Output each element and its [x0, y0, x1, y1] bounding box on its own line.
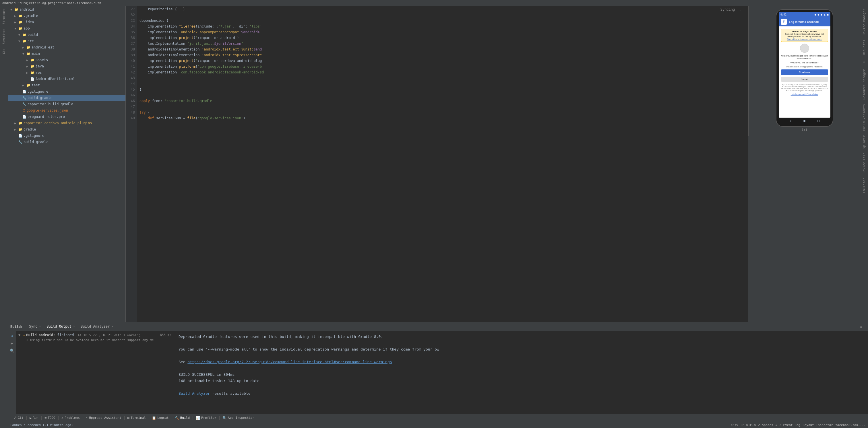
- toolbar-separator-4: [83, 416, 83, 420]
- code-content[interactable]: repositories {...} dependencies { implem…: [137, 6, 748, 322]
- editor-content[interactable]: 2732333435363738394041424344454646474849…: [126, 6, 748, 322]
- build-analyzer-link[interactable]: Build Analyzer: [179, 391, 210, 396]
- favorites-label[interactable]: Favorites: [1, 26, 7, 46]
- question-text: Would you like to continue?: [790, 61, 818, 64]
- tree-item-gradle-root[interactable]: ▶📁gradle: [8, 126, 125, 133]
- tree-item-capacitor-build[interactable]: 🔧capacitor.build.gradle: [8, 101, 125, 107]
- toolbar-icon-logcat: 📋: [152, 416, 156, 420]
- tree-item-gradle[interactable]: ▶📁.gradle: [8, 12, 125, 19]
- toolbar-btn-app-inspection[interactable]: 🔍App Inspection: [220, 414, 257, 422]
- build-actions: ⚙ −: [860, 324, 866, 329]
- facebook-header: f Log In With Facebook: [779, 17, 830, 26]
- tree-item-build-gradle-app[interactable]: 🔧build.gradle: [8, 95, 125, 101]
- right-panel-label-build-variants[interactable]: Build Variants: [861, 102, 867, 133]
- review-banner: Submit for Login Review Some of the perm…: [781, 29, 828, 42]
- tab-build-output-close[interactable]: ✕: [73, 325, 75, 328]
- tab-sync-label: Sync: [29, 324, 37, 328]
- cancel-button[interactable]: Cancel: [781, 77, 828, 82]
- toolbar-icon-profiler: 📊: [196, 416, 200, 420]
- build-item-bold-text: Build android: finished: [26, 333, 74, 337]
- toolbar-label-git: Git: [18, 416, 24, 420]
- toolbar-btn-upgrade-assistant[interactable]: ↑Upgrade Assistant: [84, 414, 124, 422]
- tree-item-app[interactable]: ▼📁app: [8, 25, 125, 32]
- toolbar-btn-git[interactable]: ⎇Git: [10, 414, 26, 422]
- output-line6: [179, 365, 863, 371]
- continue-button[interactable]: Continue: [781, 69, 828, 75]
- toolbar-btn-logcat[interactable]: 📋Logcat: [150, 414, 171, 422]
- nav-home[interactable]: ●: [803, 119, 805, 123]
- toolbar-icon-app inspection: 🔍: [222, 416, 227, 420]
- tree-item-assets[interactable]: ▶📁assets: [8, 57, 125, 63]
- encoding: LF UTF-8: [741, 423, 756, 427]
- right-panel-label-pull-requests[interactable]: Pull Requests: [861, 38, 867, 67]
- privacy-link[interactable]: ionic-firebase-auth Privacy Policy: [791, 93, 818, 95]
- build-main-item[interactable]: ▼ ⚠ Build android: finished At 10.5.22.,…: [16, 332, 174, 338]
- git-label[interactable]: Git: [1, 46, 7, 56]
- output-line1: Deprecated Gradle features were used in …: [179, 334, 863, 340]
- toolbar-label-problems: Problems: [65, 416, 80, 420]
- nav-back[interactable]: ◁: [789, 119, 792, 123]
- toolbar-btn-terminal[interactable]: ⊞Terminal: [125, 414, 148, 422]
- right-panel-label-device-file-explorer[interactable]: Device File Explorer: [861, 133, 867, 175]
- tree-item-cap-plugins[interactable]: ▶📁capacitor-cordova-android-plugins: [8, 120, 125, 126]
- tree-item-google-services[interactable]: {}google-services.json: [8, 107, 125, 113]
- rerun-icon[interactable]: ↺: [9, 332, 15, 339]
- fb-header-title: Log In With Facebook: [789, 20, 819, 24]
- tab-build-analyzer[interactable]: Build Analyzer ✕: [78, 322, 116, 331]
- right-panel-label-resource-manager[interactable]: Resource Manager: [861, 67, 867, 102]
- filter-icon[interactable]: 🔍: [9, 348, 15, 354]
- toolbar-btn-todo[interactable]: ≡TODO: [42, 414, 58, 422]
- tree-item-test[interactable]: ▶📁test: [8, 82, 125, 88]
- phone-device: 4:42 ● ● ● ▲ ■ f Log In With Facebook: [776, 9, 833, 127]
- build-sub-warning: ⚠ Using flatDir should be avoided becaus…: [16, 338, 174, 342]
- toolbar-btn-profiler[interactable]: 📊Profiler: [193, 414, 219, 422]
- tab-sync-close[interactable]: ✕: [39, 325, 41, 328]
- tree-item-androidTest[interactable]: ▶📁androidTest: [8, 44, 125, 51]
- toolbar-separator-9: [219, 416, 220, 420]
- build-success-text: BUILD SUCCESSFUL in 804ms: [179, 371, 863, 378]
- review-link[interactable]: Submit for review now or learn more: [783, 38, 826, 40]
- tab-build-output[interactable]: Build Output ✕: [43, 322, 78, 331]
- tree-item-main[interactable]: ▼📁main: [8, 51, 125, 57]
- structure-label[interactable]: Structure: [1, 6, 7, 26]
- build-label: Build:: [10, 325, 23, 329]
- tree-item-java[interactable]: ▶📁java: [8, 63, 125, 69]
- tree-item-src[interactable]: ▼📁src: [8, 38, 125, 44]
- top-bar: android ~/Projects/blog-projects/ionic-f…: [0, 0, 868, 6]
- tab-sync[interactable]: Sync ✕: [26, 322, 43, 331]
- tab-build-analyzer-close[interactable]: ✕: [112, 325, 113, 328]
- tree-item-build-gradle-root[interactable]: 🔧build.gradle: [8, 139, 125, 145]
- tree-item-gitignore-root[interactable]: 📄.gitignore: [8, 133, 125, 139]
- phone-time: 4:42: [780, 13, 787, 16]
- sub-warning-text: Using flatDir should be avoided because …: [30, 338, 154, 342]
- tree-item-android-root[interactable]: ▼📁android: [8, 6, 125, 12]
- build-item-text: Build android: finished At 10.5.22., 16:…: [26, 333, 159, 337]
- tree-item-idea[interactable]: ▶📁.idea: [8, 19, 125, 25]
- toolbar-label-profiler: Profiler: [201, 416, 216, 420]
- tree-item-proguard[interactable]: 📄proguard-rules.pro: [8, 113, 125, 120]
- git-branch: facebook-sdk-...: [835, 423, 866, 427]
- right-panel-label-emulator[interactable]: Emulator: [861, 175, 867, 195]
- toolbar-btn-problems[interactable]: ⚠Problems: [59, 414, 82, 422]
- toolbar-icon-build: 🔨: [175, 416, 179, 420]
- sub-warning-icon: ⚠: [26, 338, 28, 342]
- tree-item-gitignore-app[interactable]: 📄.gitignore: [8, 88, 125, 95]
- minimize-icon[interactable]: −: [863, 324, 866, 329]
- toolbar-separator-7: [172, 416, 172, 420]
- right-panel-label-device-manager[interactable]: Device Manager: [861, 6, 867, 38]
- tree-item-res[interactable]: ▶📁res: [8, 69, 125, 76]
- left-panel: Structure Favorites Git: [0, 6, 8, 428]
- settings-icon[interactable]: ⚙: [860, 324, 862, 329]
- line-col: 46:9: [731, 423, 738, 427]
- toolbar-btn-run[interactable]: ▶Run: [27, 414, 41, 422]
- event-log[interactable]: 2 Event Log: [779, 423, 800, 427]
- layout-inspector[interactable]: Layout Inspector: [803, 423, 833, 427]
- tree-item-androidmanifest[interactable]: 📄AndroidManifest.xml: [8, 76, 125, 82]
- tree-item-build[interactable]: ▼📁build: [8, 32, 125, 38]
- toolbar-btn-build[interactable]: 🔨Build: [173, 414, 192, 422]
- stop-icon[interactable]: ▶: [9, 340, 15, 346]
- nav-recent[interactable]: □: [817, 119, 819, 123]
- user-avatar: [800, 43, 809, 53]
- toolbar-separator-3: [58, 416, 59, 420]
- gradle-docs-link[interactable]: https://docs.gradle.org/7.2/userguide/co…: [187, 360, 392, 364]
